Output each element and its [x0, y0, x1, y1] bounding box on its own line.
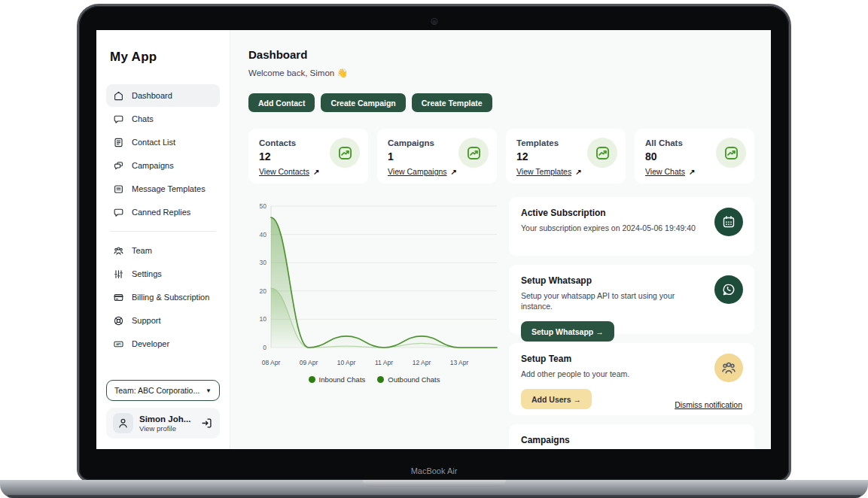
team-icon [113, 245, 124, 257]
arrow-up-right-icon: ↗ [451, 168, 457, 176]
chats-chart: 0102030405008 Apr09 Apr10 Apr11 Apr12 Ap… [248, 197, 500, 384]
trend-icon [723, 145, 739, 161]
people-icon [720, 360, 737, 376]
avatar [113, 413, 133, 433]
view-profile-link[interactable]: View profile [139, 424, 190, 433]
arrow-up-right-icon: ↗ [575, 168, 581, 176]
calendar-icon-badge [714, 208, 743, 236]
home-icon [113, 90, 124, 102]
arrow-up-right-icon: ↗ [689, 168, 695, 176]
device-label: MacBook Air [79, 466, 789, 475]
profile-card[interactable]: Simon Joh... View profile [106, 408, 220, 439]
app-logo: My App [110, 50, 216, 65]
sidebar-item-chats[interactable]: Chats [106, 108, 220, 130]
sidebar-item-label: Message Templates [132, 184, 206, 193]
card-description: Your subscription expires on 2024-05-06 … [521, 223, 698, 233]
sidebar-item-message-templates[interactable]: Message Templates [106, 178, 220, 200]
sidebar-item-contact-list[interactable]: Contact List [106, 131, 220, 153]
svg-text:12 Apr: 12 Apr [413, 359, 431, 366]
card-title: Setup Team [521, 354, 742, 364]
svg-text:10 Apr: 10 Apr [337, 359, 356, 366]
setup-team-card: Setup Team Add other people to your team… [509, 343, 754, 415]
sidebar-divider [110, 231, 216, 232]
developer-icon: API [113, 339, 124, 350]
campaigns-icon [113, 160, 124, 172]
view-templates-link[interactable]: View Templates↗ [516, 167, 615, 176]
active-subscription-card: Active Subscription Your subscription ex… [509, 197, 754, 256]
sidebar-item-label: Billing & Subscription [132, 293, 209, 302]
view-contacts-link[interactable]: View Contacts↗ [259, 167, 358, 176]
svg-text:11 Apr: 11 Apr [375, 359, 393, 366]
trend-icon-badge [458, 138, 489, 168]
view-campaigns-link[interactable]: View Campaigns↗ [388, 167, 486, 176]
whatsapp-icon-badge [714, 275, 743, 304]
sidebar-item-label: Dashboard [132, 91, 172, 100]
arrow-up-right-icon: ↗ [313, 168, 319, 176]
create-template-button[interactable]: Create Template [412, 93, 492, 112]
team-selector-dropdown[interactable]: Team: ABC Corporatio... ▼ [106, 380, 220, 401]
page-title: Dashboard [248, 48, 754, 61]
canned-replies-icon [113, 207, 124, 218]
sidebar-item-label: Contact List [132, 138, 175, 147]
sidebar: My App Dashboard Chats Contact List Camp… [96, 30, 230, 449]
settings-icon [113, 269, 124, 280]
sidebar-item-team[interactable]: Team [106, 239, 220, 262]
legend-item: Inbound Chats [309, 375, 366, 384]
create-campaign-button[interactable]: Create Campaign [321, 93, 405, 112]
svg-text:08 Apr: 08 Apr [262, 359, 281, 366]
dismiss-notification-link[interactable]: Dismiss notification [675, 400, 742, 409]
whatsapp-icon [720, 281, 737, 298]
view-chats-link[interactable]: View Chats↗ [645, 167, 744, 176]
trend-icon [337, 145, 353, 161]
sidebar-nav-secondary: Team Settings Billing & Subscription Sup… [106, 239, 220, 355]
card-title: Active Subscription [521, 208, 742, 218]
billing-icon [113, 292, 124, 303]
setup-whatsapp-button[interactable]: Setup Whatsapp → [521, 321, 614, 342]
sidebar-item-label: Developer [132, 339, 169, 348]
sidebar-item-support[interactable]: Support [106, 309, 220, 332]
notifications-column: Active Subscription Your subscription ex… [509, 197, 754, 449]
card-title: Campaigns [521, 435, 742, 445]
lower-section: 0102030405008 Apr09 Apr10 Apr11 Apr12 Ap… [248, 197, 754, 449]
sidebar-item-campaigns[interactable]: Campaigns [106, 154, 220, 177]
chart-plot-area: 0102030405008 Apr09 Apr10 Apr11 Apr12 Ap… [248, 197, 500, 375]
trend-icon [595, 145, 611, 161]
support-icon [113, 315, 124, 326]
svg-text:0: 0 [263, 344, 266, 351]
svg-text:API: API [116, 343, 120, 346]
sidebar-item-label: Chats [132, 114, 154, 123]
sidebar-item-canned-replies[interactable]: Canned Replies [106, 201, 220, 223]
trend-icon [466, 145, 482, 161]
setup-whatsapp-card: Setup Whatsapp Setup your whatsapp API t… [509, 265, 754, 334]
trend-icon-badge [716, 138, 746, 168]
sidebar-item-dashboard[interactable]: Dashboard [106, 84, 220, 107]
caret-down-icon: ▼ [206, 387, 212, 394]
logout-button[interactable] [200, 417, 213, 430]
campaigns-card: Campaigns Below are your outgoing or sch… [509, 424, 754, 449]
svg-text:09 Apr: 09 Apr [300, 359, 318, 366]
svg-text:13 Apr: 13 Apr [450, 359, 469, 366]
add-contact-button[interactable]: Add Contact [248, 93, 315, 112]
add-users-button[interactable]: Add Users → [521, 389, 592, 409]
main-content: Dashboard Welcome back, Simon 👋 Add Cont… [230, 30, 771, 449]
team-selector-value: Team: ABC Corporatio... [114, 386, 199, 395]
macbook-mockup: MacBook Air My App Dashboard Chats Conta… [0, 0, 868, 498]
stat-card-contacts: Contacts 12 View Contacts↗ [248, 129, 368, 184]
stat-card-templates: Templates 12 View Templates↗ [506, 129, 626, 184]
svg-text:10: 10 [260, 315, 267, 323]
sidebar-item-label: Canned Replies [132, 208, 190, 217]
calendar-icon [720, 214, 737, 230]
quick-actions: Add Contact Create Campaign Create Templ… [248, 93, 754, 112]
svg-text:20: 20 [260, 287, 267, 295]
sidebar-item-developer[interactable]: API Developer [106, 333, 220, 355]
chart-legend: Inbound ChatsOutbound Chats [248, 375, 500, 384]
sidebar-item-label: Support [132, 316, 161, 325]
welcome-message: Welcome back, Simon 👋 [248, 68, 754, 78]
legend-dot-icon [309, 376, 315, 383]
sidebar-item-settings[interactable]: Settings [106, 263, 220, 285]
profile-name: Simon Joh... [139, 414, 190, 424]
contact-list-icon [113, 137, 124, 148]
people-icon-badge [714, 354, 743, 382]
message-templates-icon [113, 184, 124, 195]
sidebar-item-billing[interactable]: Billing & Subscription [106, 286, 220, 308]
